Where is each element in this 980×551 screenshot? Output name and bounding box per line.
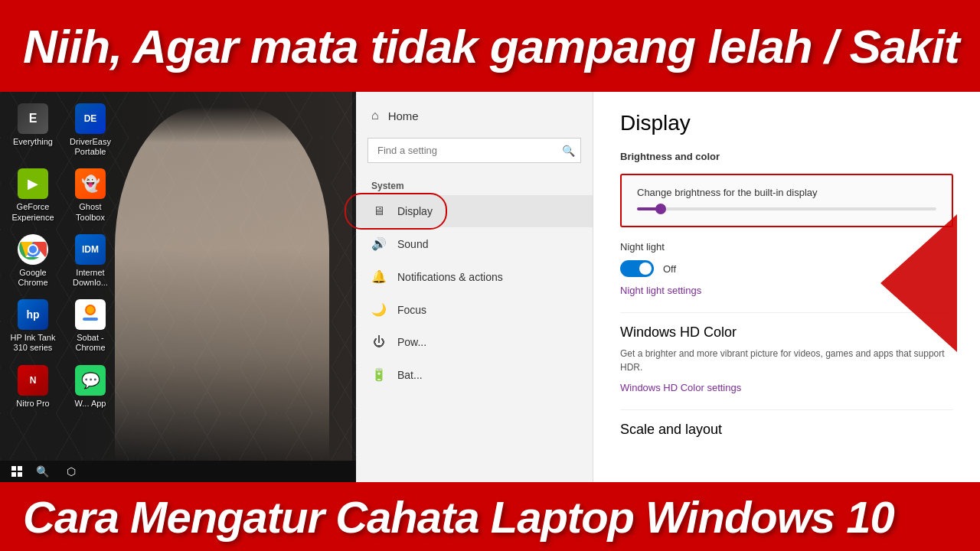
icon-everything-label: Everything: [13, 137, 53, 147]
power-icon: ⏻: [371, 335, 387, 349]
hd-color-title: Windows HD Color: [620, 324, 953, 341]
scale-section: Scale and layout: [620, 422, 953, 438]
settings-navigation: ⌂ Home 🔍 System 🖥 Display 🔊 Sound 🔔 Noti…: [356, 92, 593, 482]
brightness-box: Change brightness for the built-in displ…: [620, 174, 953, 227]
hd-color-settings-link[interactable]: Windows HD Color settings: [620, 382, 741, 393]
settings-search-input[interactable]: [368, 138, 581, 163]
page-title: Display: [620, 111, 953, 135]
nav-power-label: Pow...: [397, 336, 426, 348]
settings-content: Display Brightness and color Change brig…: [593, 92, 980, 482]
icon-hp[interactable]: hp HP Ink Tank 310 series: [6, 295, 60, 357]
nav-notifications-label: Notifications & actions: [397, 271, 503, 283]
battery-icon: 🔋: [371, 367, 387, 382]
bottom-banner-text: Cara Mengatur Cahata Laptop Windows 10: [23, 491, 894, 543]
icon-whatsapp[interactable]: 💬 W... App: [64, 361, 117, 412]
nav-item-display[interactable]: 🖥 Display: [356, 195, 593, 227]
home-label: Home: [388, 109, 419, 122]
nav-sound-label: Sound: [397, 238, 428, 250]
nav-home[interactable]: ⌂ Home: [356, 99, 593, 132]
top-banner: Niih, Agar mata tidak gampang lelah / Sa…: [0, 0, 980, 92]
svg-point-3: [29, 246, 37, 253]
divider-2: [620, 409, 953, 410]
icon-nitro-label: Nitro Pro: [16, 399, 49, 409]
icon-geforce[interactable]: ▶ GeForce Experience: [6, 165, 60, 226]
focus-icon: 🌙: [371, 302, 387, 317]
icon-sobat-label: Sobat - Chrome: [67, 333, 113, 353]
icon-chrome-label: Google Chrome: [10, 268, 56, 288]
windows-logo-icon: [11, 466, 22, 477]
brightness-slider-track: [637, 207, 936, 210]
night-light-title: Night light: [620, 241, 953, 253]
nav-focus-label: Focus: [397, 304, 426, 316]
desktop-icons: E Everything DE DriverEasy Portable ▶ Ge…: [6, 99, 117, 412]
divider-1: [620, 312, 953, 313]
hd-color-description: Get a brighter and more vibrant picture …: [620, 347, 953, 374]
icon-sobat-chrome[interactable]: Sobat - Chrome: [64, 295, 117, 357]
search-icon: 🔍: [562, 145, 575, 157]
woman-silhouette: [115, 107, 329, 461]
person-photo: [77, 92, 352, 461]
svg-point-6: [87, 306, 94, 314]
scale-title: Scale and layout: [620, 422, 953, 438]
settings-search-box: 🔍: [368, 138, 581, 163]
svg-rect-7: [83, 318, 98, 321]
night-light-section: Night light Off Night light settings: [620, 241, 953, 297]
taskbar-cortana[interactable]: ⬡: [57, 461, 86, 482]
nav-display-label: Display: [397, 205, 433, 217]
nav-item-notifications[interactable]: 🔔 Notifications & actions: [356, 260, 593, 293]
notifications-icon: 🔔: [371, 269, 387, 284]
nav-item-sound[interactable]: 🔊 Sound: [356, 227, 593, 260]
icon-drivereasy-label: DriverEasy Portable: [67, 137, 113, 157]
icon-whatsapp-label: W... App: [75, 399, 106, 409]
bottom-banner: Cara Mengatur Cahata Laptop Windows 10: [0, 482, 980, 551]
taskbar-search[interactable]: 🔍: [28, 461, 57, 482]
sound-icon: 🔊: [371, 236, 387, 251]
nav-battery-label: Bat...: [397, 369, 423, 381]
nav-item-power[interactable]: ⏻ Pow...: [356, 326, 593, 358]
icon-geforce-label: GeForce Experience: [10, 202, 56, 222]
icon-nitro[interactable]: N Nitro Pro: [6, 361, 60, 412]
brightness-label: Change brightness for the built-in displ…: [637, 187, 936, 198]
start-button[interactable]: [6, 461, 28, 482]
nav-item-focus[interactable]: 🌙 Focus: [356, 293, 593, 326]
icon-ghost-label: Ghost Toolbox: [67, 202, 113, 222]
toggle-knob: [639, 262, 652, 275]
nav-item-battery[interactable]: 🔋 Bat...: [356, 358, 593, 391]
settings-panel: ⌂ Home 🔍 System 🖥 Display 🔊 Sound 🔔 Noti…: [356, 92, 980, 482]
night-light-state: Off: [663, 263, 676, 275]
icon-idm[interactable]: IDM Internet Downlo...: [64, 230, 117, 292]
icon-drivereasy[interactable]: DE DriverEasy Portable: [64, 99, 117, 161]
windows-taskbar: 🔍 ⬡: [0, 461, 356, 482]
hd-color-section: Windows HD Color Get a brighter and more…: [620, 324, 953, 394]
brightness-section-heading: Brightness and color: [620, 151, 953, 162]
display-icon: 🖥: [371, 204, 387, 218]
icon-hp-label: HP Ink Tank 310 series: [10, 333, 56, 353]
desktop-area: E Everything DE DriverEasy Portable ▶ Ge…: [0, 92, 356, 482]
system-section-title: System: [356, 174, 593, 195]
home-icon: ⌂: [371, 109, 379, 122]
night-light-toggle[interactable]: [620, 260, 654, 277]
night-light-toggle-row: Off: [620, 260, 953, 277]
icon-everything[interactable]: E Everything: [6, 99, 60, 161]
icon-ghost-toolbox[interactable]: 👻 Ghost Toolbox: [64, 165, 117, 226]
top-banner-text: Niih, Agar mata tidak gampang lelah / Sa…: [23, 19, 959, 73]
icon-google-chrome[interactable]: Google Chrome: [6, 230, 60, 292]
night-light-settings-link[interactable]: Night light settings: [620, 285, 701, 296]
icon-idm-label: Internet Downlo...: [67, 268, 113, 288]
